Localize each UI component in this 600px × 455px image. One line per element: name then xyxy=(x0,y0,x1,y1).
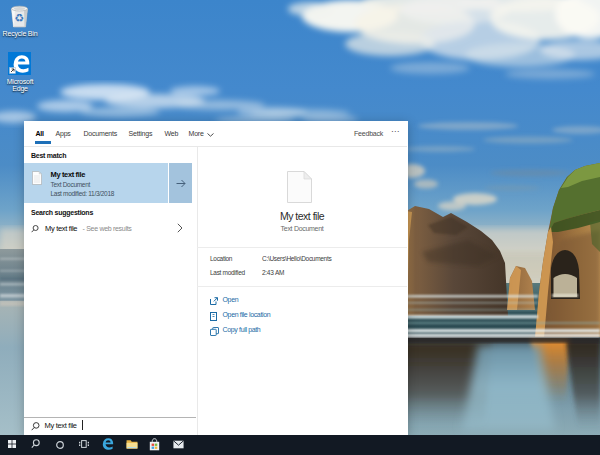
svg-text:♻: ♻ xyxy=(15,12,25,24)
